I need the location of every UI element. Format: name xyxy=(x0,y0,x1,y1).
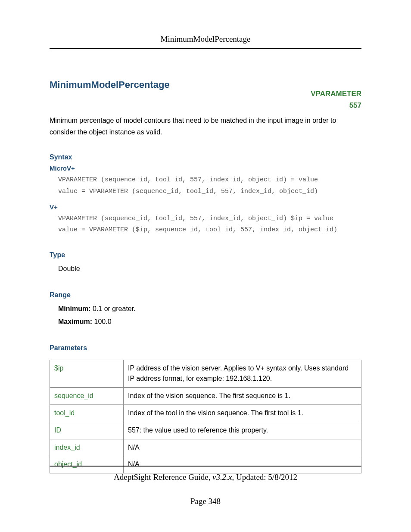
vplus-code-line-1: VPARAMETER (sequence_id, tool_id, 557, i… xyxy=(58,213,361,224)
vplus-label: V+ xyxy=(50,203,361,211)
param-desc: Index of the vision sequence. The first … xyxy=(124,388,361,405)
footer-page-number: Page 348 xyxy=(50,497,361,506)
property-tag-name: VPARAMETER xyxy=(311,88,361,100)
table-row: index_id N/A xyxy=(50,439,361,456)
param-name: ID xyxy=(50,422,124,439)
page-footer: AdeptSight Reference Guide, v3.2.x, Upda… xyxy=(50,466,361,506)
table-row: sequence_id Index of the vision sequence… xyxy=(50,388,361,405)
param-name: sequence_id xyxy=(50,388,124,405)
microv-code-line-2: value = VPARAMETER (sequence_id, tool_id… xyxy=(58,186,361,197)
range-max-label: Maximum: xyxy=(58,318,92,325)
property-tag: VPARAMETER 557 xyxy=(311,88,361,111)
microv-label: MicroV+ xyxy=(50,165,361,172)
range-max-value: 100.0 xyxy=(92,318,111,325)
footer-version: , v3.2.x xyxy=(209,473,232,482)
range-min-label: Minimum: xyxy=(58,305,91,312)
vplus-code-line-2: value = VPARAMETER ($ip, sequence_id, to… xyxy=(58,224,361,236)
syntax-heading: Syntax xyxy=(50,153,361,161)
table-row: tool_id Index of the tool in the vision … xyxy=(50,404,361,422)
range-min-value: 0.1 or greater. xyxy=(91,305,136,312)
type-value: Double xyxy=(58,262,361,275)
param-name: $ip xyxy=(50,360,124,388)
param-desc: N/A xyxy=(124,439,361,456)
intro-paragraph: Minimum percentage of model contours tha… xyxy=(50,115,361,138)
parameters-table: $ip IP address of the vision server. App… xyxy=(50,360,361,474)
table-row: ID 557: the value used to reference this… xyxy=(50,422,361,439)
range-min: Minimum: 0.1 or greater. xyxy=(58,302,361,315)
running-header: MinimumModelPercentage xyxy=(50,34,361,49)
footer-rule xyxy=(50,466,361,467)
footer-updated: , Updated: 5/8/2012 xyxy=(232,473,297,482)
property-tag-id: 557 xyxy=(311,100,361,111)
range-max: Maximum: 100.0 xyxy=(58,315,361,328)
footer-guide-name: AdeptSight Reference Guide xyxy=(114,473,208,482)
param-desc: IP address of the vision server. Applies… xyxy=(124,360,361,388)
param-desc: Index of the tool in the vision sequence… xyxy=(124,404,361,422)
title-row: MinimumModelPercentage VPARAMETER 557 xyxy=(50,79,361,90)
table-row: $ip IP address of the vision server. App… xyxy=(50,360,361,388)
param-name: tool_id xyxy=(50,404,124,422)
footer-guide-line: AdeptSight Reference Guide, v3.2.x, Upda… xyxy=(50,473,361,482)
parameters-heading: Parameters xyxy=(50,344,361,352)
range-heading: Range xyxy=(50,291,361,299)
microv-code-line-1: VPARAMETER (sequence_id, tool_id, 557, i… xyxy=(58,174,361,186)
type-heading: Type xyxy=(50,251,361,259)
param-name: index_id xyxy=(50,439,124,456)
param-desc: 557: the value used to reference this pr… xyxy=(124,422,361,439)
